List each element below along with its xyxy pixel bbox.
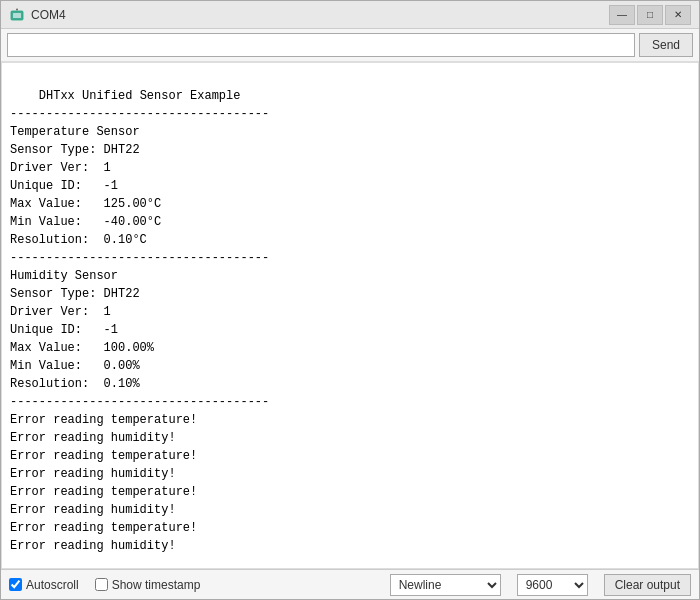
main-window: COM4 — □ ✕ Send DHTxx Unified Sensor Exa…	[0, 0, 700, 600]
serial-output-text: DHTxx Unified Sensor Example -----------…	[10, 89, 269, 553]
baud-select[interactable]: 300 1200 2400 4800 9600 19200 38400 5760…	[517, 574, 588, 596]
maximize-button[interactable]: □	[637, 5, 663, 25]
serial-input[interactable]	[7, 33, 635, 57]
window-controls: — □ ✕	[609, 5, 691, 25]
app-icon	[9, 7, 25, 23]
serial-output: DHTxx Unified Sensor Example -----------…	[1, 62, 699, 569]
newline-select[interactable]: Newline No line ending Carriage return B…	[390, 574, 501, 596]
clear-output-button[interactable]: Clear output	[604, 574, 691, 596]
status-bar: Autoscroll Show timestamp Newline No lin…	[1, 569, 699, 599]
timestamp-text: Show timestamp	[112, 578, 201, 592]
window-title: COM4	[31, 8, 609, 22]
input-bar: Send	[1, 29, 699, 62]
close-button[interactable]: ✕	[665, 5, 691, 25]
minimize-button[interactable]: —	[609, 5, 635, 25]
send-button[interactable]: Send	[639, 33, 693, 57]
autoscroll-text: Autoscroll	[26, 578, 79, 592]
autoscroll-label[interactable]: Autoscroll	[9, 578, 79, 592]
svg-rect-1	[13, 13, 21, 18]
autoscroll-checkbox[interactable]	[9, 578, 22, 591]
timestamp-checkbox[interactable]	[95, 578, 108, 591]
title-bar: COM4 — □ ✕	[1, 1, 699, 29]
timestamp-label[interactable]: Show timestamp	[95, 578, 201, 592]
svg-point-2	[16, 8, 18, 10]
